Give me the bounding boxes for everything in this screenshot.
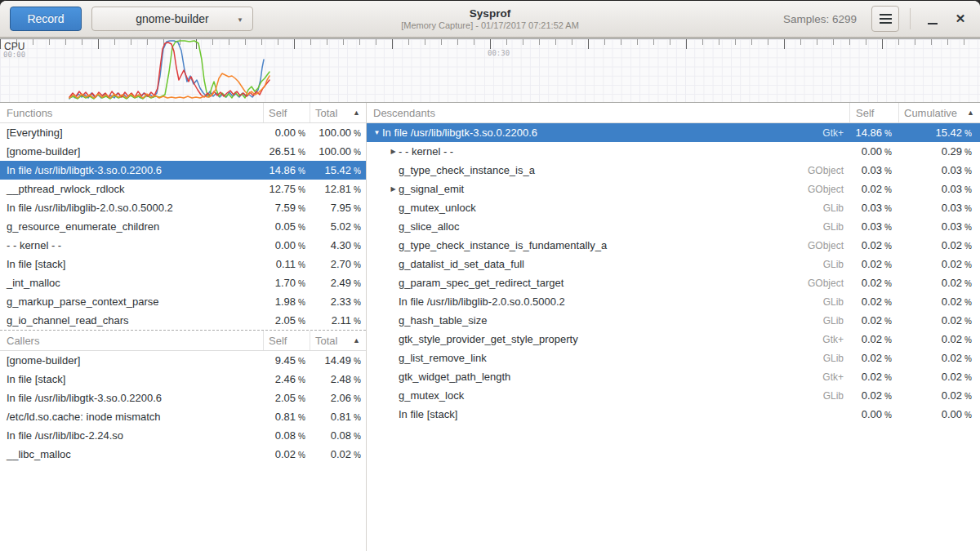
cpu-graph[interactable]: CPU 00:00 00:30: [0, 38, 980, 103]
callers-table-row[interactable]: In file /usr/lib/libc-2.24.so0.08%0.08%: [0, 426, 366, 445]
time-label-mid: 00:30: [488, 49, 510, 57]
callers-table-row[interactable]: In file [stack]2.46%2.48%: [0, 370, 366, 389]
functions-table-row[interactable]: __pthread_rwlock_rdlock12.75%12.81%: [0, 180, 366, 198]
function-name: g_io_channel_read_chars: [0, 314, 263, 327]
percent-sign: %: [964, 354, 972, 363]
descendant-name: gtk_style_provider_get_style_property: [399, 333, 578, 345]
functions-self-column-header[interactable]: Self: [263, 103, 310, 122]
callers-table-row[interactable]: /etc/ld.so.cache: inode mismatch0.81%0.8…: [0, 407, 366, 426]
library-tag: GLib: [823, 296, 849, 308]
self-percent: 0.11%: [263, 258, 310, 270]
descendant-name: g_list_remove_link: [399, 352, 487, 364]
descendants-table-row[interactable]: g_type_check_instance_is_aGObject0.03%0.…: [367, 161, 980, 180]
descendant-name-cell: In file /usr/lib/libglib-2.0.so.0.5000.2: [367, 295, 823, 308]
percent-sign: %: [884, 392, 892, 401]
callers-total-column-header[interactable]: Total ▲: [310, 331, 366, 350]
callers-table-row[interactable]: [gnome-builder]9.45%14.49%: [0, 351, 366, 370]
percent-sign: %: [298, 298, 305, 307]
self-percent: 1.70%: [263, 277, 310, 289]
main-area: Functions Self Total ▲ [Everything]0.00%…: [0, 103, 980, 551]
functions-table-row[interactable]: [gnome-builder]26.51%100.00%: [0, 142, 366, 161]
callers-table-row[interactable]: In file /usr/lib/libgtk-3.so.0.2200.62.0…: [0, 389, 366, 407]
functions-table-row[interactable]: _int_malloc1.70%2.49%: [0, 273, 366, 292]
callers-self-column-header[interactable]: Self: [263, 331, 310, 350]
total-percent: 0.02%: [310, 448, 366, 460]
descendants-table-row[interactable]: g_mutex_unlockGLib0.03%0.03%: [367, 198, 980, 217]
descendants-table-row[interactable]: ▶- - kernel - -0.00%0.29%: [367, 142, 980, 161]
functions-table-row[interactable]: g_resource_enumerate_children0.05%5.02%: [0, 217, 366, 236]
cumulative-percent: 0.03%: [898, 183, 980, 195]
menu-button[interactable]: [871, 6, 899, 32]
total-percent: 0.81%: [310, 411, 366, 423]
function-name: __pthread_rwlock_rdlock: [0, 183, 263, 195]
target-process-dropdown[interactable]: gnome-builder ▼: [91, 7, 253, 31]
record-button[interactable]: Record: [10, 7, 82, 31]
descendants-table-row[interactable]: ▶g_signal_emitGObject0.02%0.03%: [367, 180, 980, 198]
expander-closed-icon[interactable]: ▶: [388, 148, 399, 155]
functions-table-row[interactable]: In file /usr/lib/libglib-2.0.so.0.5000.2…: [0, 198, 366, 217]
functions-total-column-header[interactable]: Total ▲: [310, 103, 366, 122]
functions-column-header[interactable]: Functions: [0, 103, 263, 122]
percent-sign: %: [964, 223, 972, 232]
percent-sign: %: [884, 411, 892, 420]
functions-table-row[interactable]: - - kernel - -0.00%4.30%: [0, 236, 366, 255]
close-button[interactable]: ✕: [949, 6, 972, 32]
percent-sign: %: [298, 242, 305, 251]
minimize-button[interactable]: [921, 6, 944, 32]
functions-table-row[interactable]: In file [stack]0.11%2.70%: [0, 255, 366, 273]
descendants-table-row[interactable]: g_datalist_id_set_data_fullGLib0.02%0.02…: [367, 255, 980, 273]
total-percent: 2.33%: [310, 295, 366, 308]
descendants-table-row[interactable]: In file [stack]0.00%0.00%: [367, 405, 980, 424]
descendant-name-cell: ▶- - kernel - -: [367, 145, 844, 158]
functions-table-row[interactable]: g_io_channel_read_chars2.05%2.11%: [0, 311, 366, 330]
descendant-name-cell: gtk_style_provider_get_style_property: [367, 333, 822, 345]
cumulative-percent: 0.02%: [898, 352, 980, 364]
percent-sign: %: [354, 279, 361, 288]
percent-sign: %: [964, 298, 972, 307]
functions-table-row[interactable]: [Everything]0.00%100.00%: [0, 123, 366, 142]
descendants-table-row[interactable]: In file /usr/lib/libglib-2.0.so.0.5000.2…: [367, 292, 980, 311]
descendant-name-cell: ▼In file /usr/lib/libgtk-3.so.0.2200.6: [367, 127, 822, 139]
functions-list: [Everything]0.00%100.00%[gnome-builder]2…: [0, 123, 366, 330]
descendants-table-row[interactable]: g_hash_table_sizeGLib0.02%0.02%: [367, 311, 980, 330]
functions-table-row[interactable]: In file /usr/lib/libgtk-3.so.0.2200.614.…: [0, 161, 366, 180]
functions-header-row: Functions Self Total ▲: [0, 103, 366, 123]
descendant-name-cell: gtk_widget_path_length: [367, 371, 822, 383]
callers-table-row[interactable]: __libc_malloc0.02%0.02%: [0, 445, 366, 464]
percent-sign: %: [354, 375, 361, 384]
descendant-name: g_slice_alloc: [399, 220, 459, 233]
descendants-column-header[interactable]: Descendants: [367, 103, 849, 122]
percent-sign: %: [354, 204, 361, 213]
descendants-table-row[interactable]: g_slice_allocGLib0.03%0.03%: [367, 217, 980, 236]
descendants-table-row[interactable]: g_type_check_instance_is_fundamentally_a…: [367, 236, 980, 255]
descendant-name-cell: g_param_spec_get_redirect_target: [367, 277, 808, 289]
descendants-cumulative-column-header[interactable]: Cumulative ▲: [898, 103, 980, 122]
cumulative-percent: 0.02%: [898, 277, 980, 289]
percent-sign: %: [964, 335, 972, 344]
percent-sign: %: [964, 185, 972, 194]
percent-sign: %: [354, 413, 361, 422]
cumulative-percent: 0.02%: [898, 239, 980, 251]
library-tag: Gtk+: [822, 127, 849, 139]
descendants-table-row[interactable]: g_mutex_lockGLib0.02%0.02%: [367, 386, 980, 405]
self-percent: 1.98%: [263, 295, 310, 308]
descendant-name-cell: ▶g_signal_emit: [367, 183, 808, 195]
descendants-table-row[interactable]: g_list_remove_linkGLib0.02%0.02%: [367, 349, 980, 367]
descendants-table-row[interactable]: gtk_style_provider_get_style_propertyGtk…: [367, 330, 980, 349]
descendants-table-row[interactable]: g_param_spec_get_redirect_targetGObject0…: [367, 273, 980, 292]
descendants-table-row[interactable]: gtk_widget_path_lengthGtk+0.02%0.02%: [367, 367, 980, 386]
expander-open-icon[interactable]: ▼: [372, 129, 382, 136]
expander-closed-icon[interactable]: ▶: [388, 185, 399, 193]
library-tag: GObject: [808, 240, 849, 251]
library-tag: GLib: [823, 390, 849, 402]
functions-table-row[interactable]: g_markup_parse_context_parse1.98%2.33%: [0, 292, 366, 311]
percent-sign: %: [884, 223, 892, 232]
percent-sign: %: [964, 373, 972, 382]
descendants-table-row[interactable]: ▼In file /usr/lib/libgtk-3.so.0.2200.6Gt…: [367, 123, 980, 142]
descendants-self-column-header[interactable]: Self: [849, 103, 898, 122]
callers-column-header[interactable]: Callers: [0, 331, 263, 350]
percent-sign: %: [298, 129, 305, 138]
sort-ascending-icon: ▲: [353, 109, 366, 117]
cumulative-percent: 0.03%: [898, 164, 980, 176]
function-name: In file /usr/lib/libgtk-3.so.0.2200.6: [0, 164, 263, 176]
